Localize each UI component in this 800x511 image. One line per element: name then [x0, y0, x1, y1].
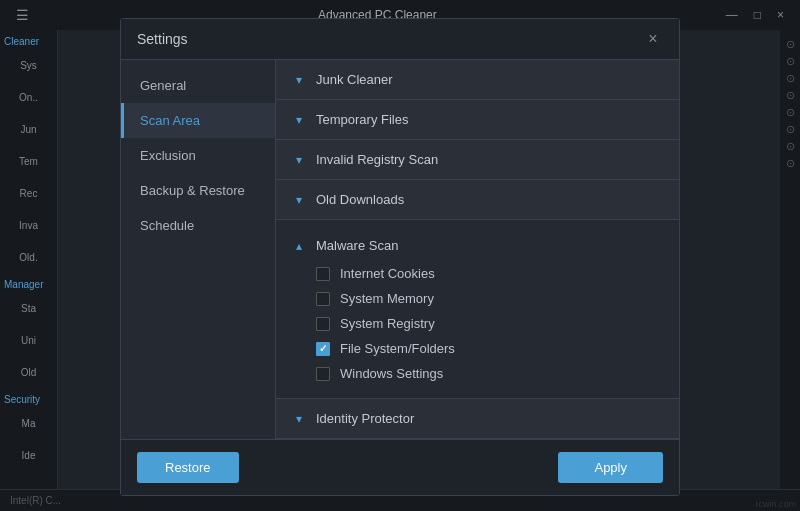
- sidebar-item-tem[interactable]: Tem: [0, 145, 57, 177]
- dialog-title: Settings: [137, 31, 188, 47]
- watermark: rcwin.com: [755, 499, 796, 509]
- sidebar-item-uni[interactable]: Uni: [0, 324, 57, 356]
- sidebar-cleaner-label: Cleaner: [0, 30, 57, 49]
- checkbox-box-windows-settings[interactable]: [316, 367, 330, 381]
- section-label-junk-cleaner: Junk Cleaner: [316, 72, 393, 87]
- apply-button[interactable]: Apply: [558, 452, 663, 483]
- sidebar-item-jun[interactable]: Jun: [0, 113, 57, 145]
- dialog-content: ▾ Junk Cleaner ▾ Temporary Files ▾ Inval…: [276, 60, 679, 439]
- section-label-old-downloads: Old Downloads: [316, 192, 404, 207]
- right-icon-6[interactable]: ⊙: [786, 123, 795, 136]
- nav-item-exclusion[interactable]: Exclusion: [121, 138, 275, 173]
- sidebar-item-old[interactable]: Old.: [0, 241, 57, 273]
- section-malware-scan: ▴ Malware Scan Internet Cookies System M…: [276, 220, 679, 399]
- chevron-old-downloads: ▾: [292, 193, 306, 207]
- nav-item-general[interactable]: General: [121, 68, 275, 103]
- dialog-nav: General Scan Area Exclusion Backup & Res…: [121, 60, 276, 439]
- right-icon-4[interactable]: ⊙: [786, 89, 795, 102]
- section-label-invalid-registry: Invalid Registry Scan: [316, 152, 438, 167]
- hamburger-icon[interactable]: ☰: [10, 5, 35, 25]
- sidebar-item-on[interactable]: On..: [0, 81, 57, 113]
- titlebar-controls: — □ ×: [720, 6, 790, 24]
- checkbox-label-system-registry: System Registry: [340, 316, 435, 331]
- right-icon-7[interactable]: ⊙: [786, 140, 795, 153]
- sidebar-item-old2[interactable]: Old: [0, 356, 57, 388]
- checkbox-system-memory[interactable]: System Memory: [292, 286, 663, 311]
- settings-dialog: Settings × General Scan Area Exclusion B…: [120, 18, 680, 496]
- section-invalid-registry[interactable]: ▾ Invalid Registry Scan: [276, 140, 679, 180]
- checkbox-label-internet-cookies: Internet Cookies: [340, 266, 435, 281]
- close-button[interactable]: ×: [771, 6, 790, 24]
- section-temporary-files[interactable]: ▾ Temporary Files: [276, 100, 679, 140]
- nav-item-backup-restore[interactable]: Backup & Restore: [121, 173, 275, 208]
- chevron-identity-protector: ▾: [292, 412, 306, 426]
- checkbox-box-file-system-folders[interactable]: [316, 342, 330, 356]
- sidebar-security-label: Security: [0, 388, 57, 407]
- sidebar-item-ma[interactable]: Ma: [0, 407, 57, 439]
- checkbox-label-file-system-folders: File System/Folders: [340, 341, 455, 356]
- section-label-temporary-files: Temporary Files: [316, 112, 408, 127]
- nav-item-schedule[interactable]: Schedule: [121, 208, 275, 243]
- dialog-titlebar: Settings ×: [121, 19, 679, 60]
- chevron-malware-scan: ▴: [292, 239, 306, 253]
- checkbox-label-windows-settings: Windows Settings: [340, 366, 443, 381]
- checkbox-system-registry[interactable]: System Registry: [292, 311, 663, 336]
- restore-button[interactable]: Restore: [137, 452, 239, 483]
- chevron-junk-cleaner: ▾: [292, 73, 306, 87]
- checkbox-box-system-registry[interactable]: [316, 317, 330, 331]
- checkbox-box-internet-cookies[interactable]: [316, 267, 330, 281]
- dialog-footer: Restore Apply: [121, 439, 679, 495]
- malware-scan-label: Malware Scan: [316, 238, 398, 253]
- sidebar-item-inv[interactable]: Inva: [0, 209, 57, 241]
- checkbox-internet-cookies[interactable]: Internet Cookies: [292, 261, 663, 286]
- sidebar-item-sta[interactable]: Sta: [0, 292, 57, 324]
- section-old-downloads[interactable]: ▾ Old Downloads: [276, 180, 679, 220]
- app-sidebar: Cleaner Sys On.. Jun Tem Rec Inva Old. M…: [0, 30, 58, 511]
- dialog-body: General Scan Area Exclusion Backup & Res…: [121, 60, 679, 439]
- checkbox-file-system-folders[interactable]: File System/Folders: [292, 336, 663, 361]
- right-icon-2[interactable]: ⊙: [786, 55, 795, 68]
- sidebar-item-rec[interactable]: Rec: [0, 177, 57, 209]
- right-icon-8[interactable]: ⊙: [786, 157, 795, 170]
- sidebar-manager-label: Manager: [0, 273, 57, 292]
- chevron-invalid-registry: ▾: [292, 153, 306, 167]
- maximize-button[interactable]: □: [748, 6, 767, 24]
- section-junk-cleaner[interactable]: ▾ Junk Cleaner: [276, 60, 679, 100]
- checkbox-label-system-memory: System Memory: [340, 291, 434, 306]
- right-icon-1[interactable]: ⊙: [786, 38, 795, 51]
- minimize-button[interactable]: —: [720, 6, 744, 24]
- checkbox-box-system-memory[interactable]: [316, 292, 330, 306]
- section-label-identity-protector: Identity Protector: [316, 411, 414, 426]
- malware-scan-header[interactable]: ▴ Malware Scan: [292, 228, 663, 261]
- nav-item-scan-area[interactable]: Scan Area: [121, 103, 275, 138]
- dialog-close-button[interactable]: ×: [643, 29, 663, 49]
- chevron-temporary-files: ▾: [292, 113, 306, 127]
- right-icon-3[interactable]: ⊙: [786, 72, 795, 85]
- sidebar-item-sys[interactable]: Sys: [0, 49, 57, 81]
- app-background: ☰ Advanced PC Cleaner — □ × Cleaner Sys …: [0, 0, 800, 511]
- status-text: Intel(R) C...: [10, 495, 61, 506]
- section-identity-protector[interactable]: ▾ Identity Protector: [276, 399, 679, 439]
- checkbox-windows-settings[interactable]: Windows Settings: [292, 361, 663, 386]
- right-sidebar: ⊙ ⊙ ⊙ ⊙ ⊙ ⊙ ⊙ ⊙: [780, 30, 800, 511]
- sidebar-item-ide[interactable]: Ide: [0, 439, 57, 471]
- right-icon-5[interactable]: ⊙: [786, 106, 795, 119]
